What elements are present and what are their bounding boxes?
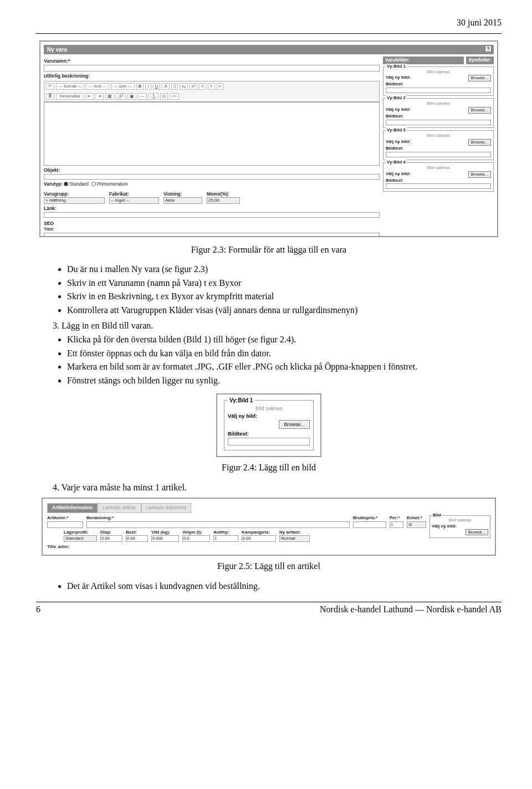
objekt-label: Objekt: <box>44 167 380 173</box>
nyartikel-label: Ny artikel: <box>279 530 310 536</box>
source-icon[interactable]: <> <box>170 93 179 100</box>
titel-input[interactable] <box>44 233 380 237</box>
radio-standard[interactable] <box>64 182 68 186</box>
browse-button-1[interactable]: Browse... <box>468 75 491 81</box>
format-select[interactable]: — format — <box>56 83 84 90</box>
bildtext-2-label: Bildtext: <box>386 114 403 119</box>
figure-24-caption: Figur 2.4: Lägg till en bild <box>36 462 502 474</box>
image-box-1: Vy:Bild 1 Bild saknas Välj ny bild: Brow… <box>383 66 494 96</box>
varugrupp-select[interactable]: > Häftning <box>44 197 105 204</box>
tab-lankade-artiklar[interactable]: Länkade artiklar <box>98 503 141 513</box>
radio-prenum[interactable] <box>91 182 96 186</box>
valj-ny-bild-1: Välj ny bild: <box>386 75 411 80</box>
align-left-icon[interactable]: ≡ <box>199 83 206 90</box>
image-box-4: Vy:Bild 4 Bild saknas Välj ny bild: Brow… <box>383 162 494 192</box>
best-label: Best: <box>126 530 148 536</box>
tab-lankade-dokument[interactable]: Länkade dokument <box>141 503 191 513</box>
align-center-icon[interactable]: ≡ <box>208 83 215 90</box>
vikt-input[interactable]: 0.000 <box>151 535 179 542</box>
list-item: Markera en bild som är av formatet .JPG,… <box>67 361 496 373</box>
browse-button-25[interactable]: Browse... <box>466 529 488 535</box>
lagerprofil-select[interactable]: Standard <box>64 535 97 542</box>
best-input[interactable]: 0.00 <box>126 535 148 542</box>
bildtext-3-input[interactable] <box>386 152 491 157</box>
visning-select[interactable]: Aktiv <box>163 197 202 204</box>
browse-button-3[interactable]: Browse... <box>468 139 491 146</box>
tabs-row: Artikelinformation Länkade artiklar Länk… <box>47 503 490 513</box>
table-icon[interactable]: ▦ <box>105 93 114 100</box>
bild-saknas-2: Bild saknas <box>386 101 491 107</box>
indent-icon[interactable]: ⇥ <box>95 93 104 100</box>
bold-button[interactable]: B <box>136 83 144 90</box>
per-input[interactable]: 1 <box>390 521 403 528</box>
browse-button-4[interactable]: Browse... <box>468 171 491 178</box>
bullet-list-2: Klicka på för den översta bilden (Bild 1… <box>67 334 496 386</box>
bildtext-24-label: Bildtext: <box>228 431 310 438</box>
valj-ny-bild-2: Välj ny bild: <box>386 107 411 112</box>
vy-bild-1-legend: Vy:Bild 1 <box>386 64 407 70</box>
bildtext-2-input[interactable] <box>386 120 491 125</box>
bg-icon[interactable]: ▯ <box>171 83 178 90</box>
image-box-3: Vy:Bild 3 Bild saknas Välj ny bild: Brow… <box>383 130 494 160</box>
list-icon[interactable]: ≣ <box>46 93 54 100</box>
anchor-icon[interactable]: ⚓ <box>149 93 158 100</box>
lank-input[interactable] <box>44 212 380 218</box>
align-right-icon[interactable]: ≡ <box>217 83 224 90</box>
tab-artikelinformation[interactable]: Artikelinformation <box>47 503 98 513</box>
outdent-icon[interactable]: ⇤ <box>85 93 94 100</box>
list-item: Ett fönster öppnas och du kan välja en b… <box>67 347 496 360</box>
artikelnr-input[interactable] <box>47 521 83 528</box>
lank-label: Länk: <box>44 206 380 212</box>
disp-input[interactable]: 0.00 <box>100 535 122 542</box>
antfrp-input[interactable]: 1 <box>213 535 238 542</box>
editor-textarea[interactable] <box>44 102 380 166</box>
undo-icon[interactable]: ↶ <box>46 83 54 90</box>
footer-right: Nordisk e-handel Lathund — Nordisk e-han… <box>320 603 502 616</box>
link-icon[interactable]: 🔗 <box>116 93 126 100</box>
bild-saknas-24: Bild saknas <box>228 405 310 412</box>
valj-ny-bild-3: Välj ny bild: <box>386 139 411 144</box>
fabrikat-select[interactable]: -- Inget -- <box>109 197 159 204</box>
vikt-label: Vikt (kg): <box>151 530 179 536</box>
browse-button-2[interactable]: Browse... <box>468 107 491 114</box>
image-icon[interactable]: ▣ <box>127 93 136 100</box>
varunamn-input[interactable] <box>44 65 380 71</box>
kampanjpris-value: 0.00 <box>243 536 251 541</box>
color-icon[interactable]: A <box>162 83 169 90</box>
bildtext-24-input[interactable] <box>228 438 310 445</box>
bildtext-4-input[interactable] <box>386 183 491 189</box>
sub-icon[interactable]: x₂ <box>180 83 188 90</box>
benamning-input[interactable] <box>86 521 350 528</box>
browse-button-24[interactable]: Browse... <box>279 420 310 429</box>
antfrp-value: 1 <box>214 536 217 541</box>
help-icon[interactable]: ? <box>485 45 492 52</box>
underline-button[interactable]: U <box>153 83 161 90</box>
char-icon[interactable]: Ω <box>160 93 168 100</box>
step-3-text: 3. Lägg in en Bild till varan. <box>53 320 502 332</box>
varutyp-row: Varutyp: Standard Prenumeration <box>44 181 380 187</box>
decimal-select[interactable]: Desimaltal <box>56 93 84 100</box>
varugrupp-label: Varugrupp: <box>44 191 105 197</box>
varutyp-label: Varutyp: <box>44 181 63 187</box>
moms-select[interactable]: 25.00 <box>207 197 240 204</box>
nyartikel-select[interactable]: Normal <box>279 535 310 542</box>
italic-button[interactable]: I <box>145 83 151 90</box>
vikt-value: 0.000 <box>152 536 163 541</box>
size-select[interactable]: — size — <box>111 83 135 90</box>
volym-input[interactable]: 0.0 <box>182 535 210 542</box>
hr-icon[interactable]: — <box>138 93 147 100</box>
objekt-input[interactable] <box>44 174 380 180</box>
bruttopris-input[interactable] <box>353 521 386 528</box>
radio-standard-label: Standard <box>69 181 89 187</box>
bild-legend: Bild <box>432 513 442 519</box>
font-select[interactable]: — font — <box>86 83 109 90</box>
sup-icon[interactable]: x² <box>190 83 198 90</box>
lagerprofil-label: Lagerprofil: <box>64 530 97 536</box>
enhet-select[interactable]: st <box>407 521 426 528</box>
image-box-2: Vy:Bild 2 Bild saknas Välj ny bild: Brow… <box>383 98 494 128</box>
tillv-label: Tillv. artnr: <box>47 544 70 549</box>
radio-prenum-label: Prenumeration <box>97 181 128 187</box>
bildtext-1-input[interactable] <box>386 88 491 93</box>
step-4-text: 4. Varje vara måste ha minst 1 artikel. <box>53 481 502 494</box>
kampanjpris-input[interactable]: 0.00 <box>242 535 276 542</box>
